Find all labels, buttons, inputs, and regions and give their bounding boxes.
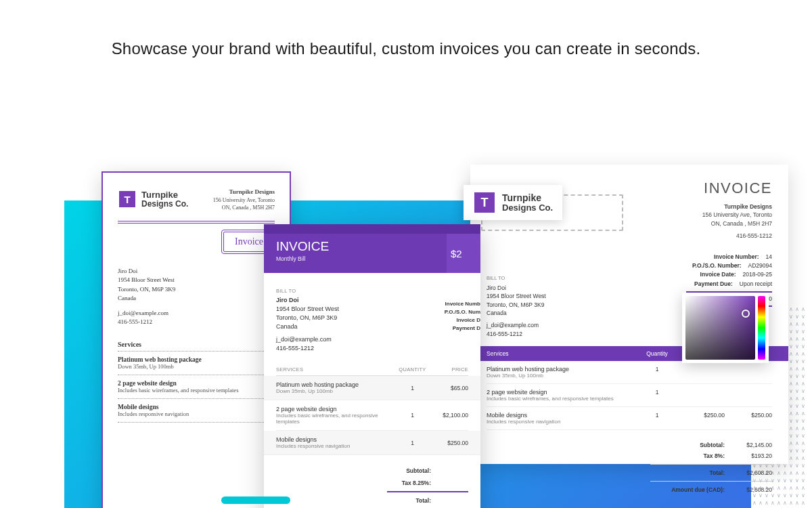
totals: Subtotal: Tax 8.25%: Total: Amount due (… xyxy=(276,465,468,508)
line-item: Platinum web hosting packageDown 35mb, U… xyxy=(264,376,480,400)
color-picker[interactable] xyxy=(682,293,769,363)
line-item: Mobile designsIncludes responsive naviga… xyxy=(487,407,772,430)
brand-line1: Turnpike xyxy=(141,190,188,200)
totals: Subtotal:$2,145.00 Tax 8%:$193.20 Total:… xyxy=(487,440,772,495)
accent-pill xyxy=(221,496,290,504)
line-item: Mobile designsIncludes responsive naviga… xyxy=(264,431,480,455)
logo: T Turnpike Designs Co. xyxy=(118,188,188,211)
services-header: Services xyxy=(118,341,275,352)
logo-icon: T xyxy=(118,190,137,209)
bill-to-label: BILL TO xyxy=(276,288,468,294)
line-item: Platinum web hosting packageDown 35mb, U… xyxy=(487,361,772,384)
line-item: Mobile designs Includes responsive navig… xyxy=(118,399,275,423)
saturation-lightness-panel[interactable] xyxy=(685,296,755,360)
banner-amount: $2 xyxy=(447,234,480,273)
invoice-template-classic: T Turnpike Designs Co. Turnpike Designs … xyxy=(102,171,291,508)
color-cursor-icon[interactable] xyxy=(742,310,750,318)
invoice-template-modern: INVOICE Monthly Bill $2 BILL TO Jiro Doi… xyxy=(264,224,480,508)
logo-icon: T xyxy=(473,191,496,214)
bill-to: Jiro Doi 1954 Bloor Street West Toronto,… xyxy=(118,252,275,327)
showcase-stage: ∧∧∧∧∧∧∧∧∧∧∧∧∧∧∧∧∧∧∧∧∧∧ ∨∨∨∨∨∨∨∨∨∨∨∨∨∨∨∨∨… xyxy=(0,85,812,505)
items-table: SERVICES QUANTITY PRICE Platinum web hos… xyxy=(276,366,468,455)
divider xyxy=(118,221,275,224)
company-address: Turnpike Designs 156 University Ave, Tor… xyxy=(213,188,275,211)
headline: Showcase your brand with beautiful, cust… xyxy=(0,0,812,85)
logo-card-draggable[interactable]: T Turnpike Designs Co. xyxy=(464,185,562,220)
line-item: 2 page website design Includes basic wir… xyxy=(118,375,275,399)
line-item: Platinum web hosting package Down 35mb, … xyxy=(118,352,275,375)
hue-slider[interactable] xyxy=(758,296,765,360)
brand-line2: Designs Co. xyxy=(141,200,188,209)
banner: INVOICE Monthly Bill $2 xyxy=(264,224,480,273)
line-item: 2 page website designIncludes basic wire… xyxy=(276,400,468,431)
line-item: 2 page website designIncludes basic wire… xyxy=(487,384,772,407)
invoice-meta: Invoice Numb P.O./S.O. Num Invoice D Pay… xyxy=(433,300,480,333)
